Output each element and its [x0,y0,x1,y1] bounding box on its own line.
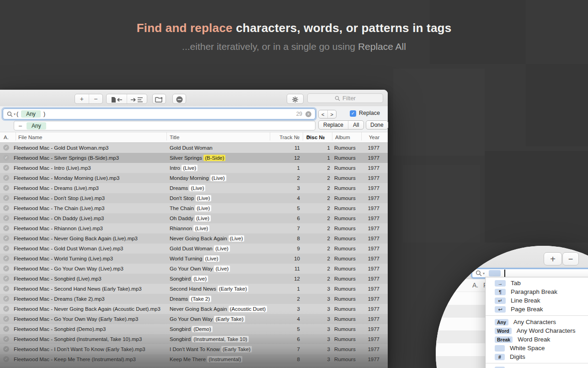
table-row[interactable]: ✓Fleetwood Mac - Monday Morning (Live).m… [0,173,388,183]
page-title: Find and replace characters, words, or p… [0,21,588,35]
filter-field[interactable]: Filter [307,93,383,103]
table-row[interactable]: ✓Fleetwood Mac - I Don't Want To Know (E… [0,344,388,354]
table-body: ✓Fleetwood Mac - Gold Dust Woman.mp3Gold… [0,143,388,368]
column-divider [361,132,362,141]
add-files-button[interactable]: + [544,252,562,265]
open-folder-button[interactable] [152,94,166,104]
title-cell: Go Your Own Way (Live) [170,264,230,274]
table-row[interactable]: ✓Fleetwood Mac - Gold Dust Woman (Live).… [0,244,388,254]
token-badge [495,345,505,352]
menu-item[interactable]: #Digits [486,352,588,361]
find-pattern-field[interactable]: ▾ ( Any ) 29 × [3,108,315,119]
file-name-cell: Fleetwood Mac - Second Hand News (Early … [14,284,142,294]
disc-cell: 2 [303,223,330,233]
previous-match-button[interactable]: < [319,110,327,118]
remove-row-button[interactable]: − [562,252,579,265]
year-cell: 1977 [364,314,380,324]
next-match-button[interactable]: > [327,110,337,118]
disc-cell: 3 [303,324,330,334]
replace-pattern-field[interactable]: – Any [14,121,315,130]
table-row[interactable]: ✓Fleetwood Mac - Songbird (Instrumental,… [0,334,388,344]
column-header-title[interactable]: Title [170,132,179,142]
any-token[interactable]: Any [27,122,46,130]
disc-cell: 2 [303,203,330,213]
actions-gear-button[interactable] [287,94,304,104]
album-cell: Rumours [334,233,356,244]
replace-checkbox[interactable]: ✓ [350,110,356,117]
menu-item-label: Digits [510,353,525,360]
remove-files-button[interactable] [172,94,186,104]
add-files-button[interactable]: + [75,94,89,103]
replace-button[interactable]: Replace [319,121,348,129]
disc-cell: 3 [303,294,330,304]
title-cell: Never Going Back Again (Acoustic Duet) [170,304,267,314]
menu-item[interactable]: →Tab [486,279,588,287]
disc-cell: 2 [303,264,330,274]
table-row[interactable]: ✓Fleetwood Mac - Silver Springs (B-Side)… [0,153,388,163]
menu-separator [486,363,588,363]
column-header-album[interactable]: Album [335,132,350,142]
table-row[interactable]: ✓Fleetwood Mac - Go Your Own Way (Early … [0,314,388,324]
track-cell: 6 [274,334,300,344]
table-row[interactable]: ✓Fleetwood Mac - Rhiannon (Live).mp3Rhia… [0,223,388,233]
menu-item[interactable]: ¶Paragraph Break [486,287,588,296]
window-toolbar: + − Filter [0,90,388,107]
menu-item[interactable]: BreakWord Break [486,335,588,344]
menu-item[interactable]: WordAny Word Characters [486,326,588,335]
document-previous-button[interactable] [107,94,127,103]
menu-item[interactable]: White Space [486,344,588,352]
remove-row-button[interactable]: − [89,94,103,103]
table-row[interactable]: ✓Fleetwood Mac - Never Going Back Again … [0,304,388,314]
title-cell: Gold Dust Woman (Live) [170,244,230,254]
any-token[interactable]: Any [21,110,41,118]
table-row[interactable]: ✓Fleetwood Mac - Don't Stop (Live).mp3Do… [0,193,388,203]
table-row[interactable]: ✓Fleetwood Mac - Songbird (Demo).mp3Song… [0,324,388,334]
clear-search-icon[interactable]: × [305,111,311,117]
table-row[interactable]: ✓Fleetwood Mac - Gold Dust Woman.mp3Gold… [0,143,388,153]
column-header-artwork[interactable]: A. [4,132,9,142]
menu-item[interactable] [486,365,588,368]
match-highlight: (B-Side) [203,155,225,161]
document-next-button[interactable] [127,94,147,103]
column-header-track[interactable]: Track № [274,132,299,142]
track-cell: 3 [274,304,300,314]
match-highlight: (Live) [195,205,211,211]
year-cell: 1977 [364,173,380,183]
file-name-cell: Fleetwood Mac - The Chain (Live).mp3 [14,203,105,213]
menu-item[interactable]: ↵Line Break [486,296,588,305]
table-row[interactable]: ✓Fleetwood Mac - Keep Me There (Instrume… [0,354,388,364]
track-cell: 12 [274,153,300,163]
album-cell: Rumours [334,203,356,213]
search-menu-icon[interactable]: ▾ [7,111,16,117]
done-button[interactable]: Done [366,120,388,130]
table-row[interactable]: ✓Fleetwood Mac - Go Your Own Way (Live).… [0,264,388,274]
table-row[interactable]: ✓Fleetwood Mac - Second Hand News (Early… [0,284,388,294]
match-highlight: (Live) [229,235,245,242]
menu-item[interactable]: AnyAny Characters [486,318,588,326]
file-name-cell: Fleetwood Mac - Intro (Live).mp3 [14,163,91,173]
table-row[interactable]: ✓Fleetwood Mac - Never Going Back Again … [0,233,388,244]
checkmark-icon: ✓ [3,356,9,362]
menu-item[interactable]: ↩Page Break [486,305,588,314]
search-menu-icon[interactable]: ▾ [476,270,485,276]
year-cell: 1977 [364,304,380,314]
token-badge: Any [495,319,508,325]
column-header-year[interactable]: Year [364,132,380,142]
table-row[interactable]: ✓Fleetwood Mac - Dreams (Take 2).mp3Drea… [0,294,388,304]
table-row[interactable]: ✓Fleetwood Mac - Songbird (Live).mp3Song… [0,274,388,284]
table-row[interactable]: ✓Fleetwood Mac - The Chain (Live).mp3The… [0,203,388,213]
table-row[interactable]: ✓Fleetwood Mac - Intro (Live).mp3Intro (… [0,163,388,173]
column-header-file-name[interactable]: File Name [18,132,42,142]
replace-all-button[interactable]: All [348,121,363,129]
year-cell: 1977 [364,274,380,284]
table-row-partial[interactable] [0,364,388,368]
album-cell: Rumours [334,163,356,173]
file-name-cell: Fleetwood Mac - Keep Me There (Instrumen… [14,354,136,364]
table-row[interactable]: ✓Fleetwood Mac - Oh Daddy (Live).mp3Oh D… [0,213,388,223]
table-row[interactable]: ✓Fleetwood Mac - World Turning (Live).mp… [0,254,388,264]
selected-token[interactable] [489,270,501,276]
checkmark-icon: ✓ [3,145,9,151]
find-replace-bar: ▾ ( Any ) 29 × < > ✓ Replace – Any Repla… [0,106,388,132]
title-cell: World Turning (Live) [170,254,219,264]
table-row[interactable]: ✓Fleetwood Mac - Dreams (Live).mp3Dreams… [0,183,388,193]
